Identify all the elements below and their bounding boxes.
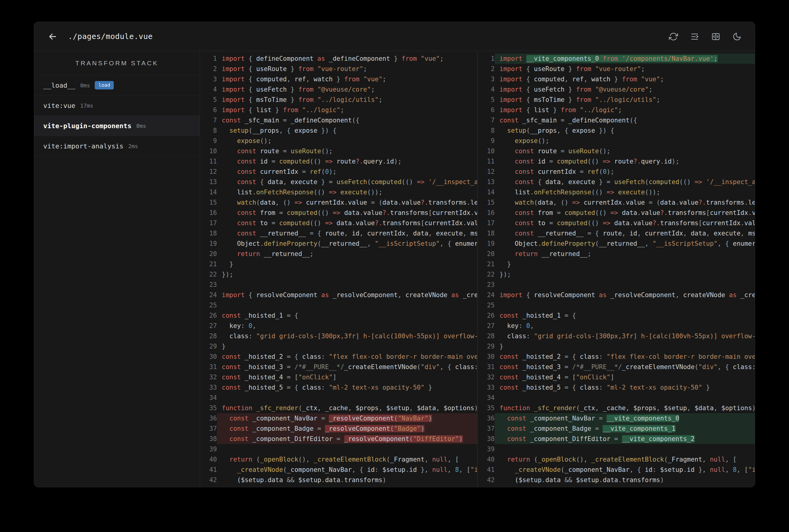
line-number: 15 [478,197,495,208]
code-text: const _hoisted_1 = { [217,310,477,321]
line-number: 42 [200,475,217,485]
code-text: key: 0, [495,321,755,331]
line-number: 28 [200,331,217,341]
code-line: 10 const route = useRoute(); [478,146,755,156]
code-line: 14 list.onFetchResponse(() => execute())… [200,187,477,197]
code-text: key: 0, [217,321,477,331]
code-line: 17 const to = computed(() => data.value?… [200,218,477,228]
code-line: 33const _hoisted_5 = { class: "ml-2 text… [478,382,755,393]
line-number: 12 [478,167,495,177]
line-number: 8 [200,126,217,136]
line-number: 21 [478,259,495,269]
sidebar-header: TRANSFORM STACK [34,51,200,75]
code-text: const _hoisted_2 = { class: "flex flex-c… [217,352,477,362]
code-text: import { resolveComponent as _resolveCom… [217,290,477,300]
code-text: watch(data, () => currentIdx.value = (da… [495,197,755,208]
line-number: 29 [200,341,217,352]
code-line: 38 const _component_DiffEditor = _resolv… [200,434,477,444]
split-view-button[interactable] [711,32,720,41]
code-text: const __returned__ = { route, id, curren… [495,228,755,239]
code-text: const _component_NavBar = _resolveCompon… [217,413,477,423]
code-text: const _component_NavBar = __vite_compone… [495,413,755,423]
plugin-time: 17ms [80,102,93,109]
code-line: 28 class: "grid grid-cols-[300px,3fr] h-… [478,331,755,341]
code-text: return __returned__; [495,249,755,259]
back-button[interactable] [48,32,58,42]
code-line: 12 const currentIdx = ref(0); [200,167,477,177]
code-line: 33const _hoisted_5 = { class: "ml-2 text… [200,382,477,393]
line-number: 10 [478,146,495,156]
code-text: const currentIdx = ref(0); [495,167,755,177]
code-line: 13 const { data, execute } = useFetch(co… [478,177,755,187]
code-line: 5import { msToTime } from "../logic/util… [478,95,755,105]
diff-right-pane[interactable]: 1import __vite_components_0 from '/compo… [477,51,755,487]
code-line: 35function _sfc_render(_ctx, _cache, $pr… [478,403,755,413]
inline-diff-button[interactable] [690,32,699,41]
code-text: import __vite_components_0 from '/compon… [495,54,755,64]
line-number: 6 [200,105,217,115]
line-number: 25 [478,300,495,310]
code-line: 34 [478,393,755,403]
code-line: 18 const __returned__ = { route, id, cur… [200,228,477,239]
line-number: 3 [200,74,217,84]
line-number: 39 [200,444,217,454]
code-text: return (_openBlock(), _createElementBloc… [495,454,755,464]
line-number: 8 [478,126,495,136]
line-number: 19 [478,239,495,249]
line-number: 4 [478,84,495,95]
inspector-window: ./pages/module.vue [34,22,755,487]
line-number: 18 [200,228,217,239]
code-line: 27 key: 0, [478,321,755,331]
code-line: 5import { msToTime } from "../logic/util… [200,95,477,105]
sidebar-item-vite-vue[interactable]: vite:vue 17ms [34,96,200,116]
code-text: const to = computed(() => data.value?.tr… [495,218,755,228]
code-line: 35function _sfc_render(_ctx, _cache, $pr… [200,403,477,413]
code-text: class: "grid grid-cols-[300px,3fr] h-[ca… [495,331,755,341]
code-text: import { resolveComponent as _resolveCom… [495,290,755,300]
line-number: 11 [478,156,495,167]
line-number: 40 [478,454,495,464]
code-text [495,444,755,454]
back-arrow-icon [48,32,58,42]
line-number: 40 [200,454,217,464]
refresh-button[interactable] [669,32,678,41]
line-number: 35 [200,403,217,413]
code-line: 8 setup(__props, { expose }) { [478,126,755,136]
code-line: 8 setup(__props, { expose }) { [200,126,477,136]
code-line: 3import { computed, ref, watch } from "v… [200,74,477,84]
line-number: 5 [200,95,217,105]
code-text: const _hoisted_4 = ["onClick"] [217,372,477,382]
code-text: }); [495,269,755,280]
sidebar-item-vite-import-analysis[interactable]: vite:import-analysis 2ms [34,136,200,156]
code-text: const _component_DiffEditor = __vite_com… [495,434,755,444]
line-number: 39 [478,444,495,454]
code-line: 9 expose(); [478,136,755,146]
line-number: 19 [200,239,217,249]
code-line: 19 Object.defineProperty(__returned__, "… [478,239,755,249]
load-badge: load [95,81,114,90]
sidebar-item-load[interactable]: __load__ 0ms load [34,75,200,96]
main-area: TRANSFORM STACK __load__ 0ms load vite:v… [34,51,755,487]
code-line: 25 [200,300,477,310]
code-text: setup(__props, { expose }) { [217,126,477,136]
code-text: import { useRoute } from "vue-router"; [495,64,755,74]
dark-mode-button[interactable] [732,32,741,41]
code-text: return (_openBlock(), _createElementBloc… [217,454,477,464]
code-text [217,280,477,290]
line-number: 20 [200,249,217,259]
refresh-icon [669,32,678,41]
code-line: 26const _hoisted_1 = { [200,310,477,321]
line-number: 28 [478,331,495,341]
code-line: 25 [478,300,755,310]
code-text: expose(); [495,136,755,146]
module-title: ./pages/module.vue [68,32,153,41]
transform-stack-sidebar: TRANSFORM STACK __load__ 0ms load vite:v… [34,51,200,487]
sidebar-item-vite-plugin-components[interactable]: vite-plugin-components 0ms [34,116,200,136]
diff-left-pane[interactable]: 1import { defineComponent as _defineComp… [200,51,477,487]
line-number: 24 [200,290,217,300]
code-line: 23 [478,280,755,290]
code-text: } [217,341,477,352]
code-line: 11 const id = computed(() => route?.quer… [478,156,755,167]
code-line: 7const _sfc_main = _defineComponent({ [478,115,755,126]
code-text: } [495,259,755,269]
